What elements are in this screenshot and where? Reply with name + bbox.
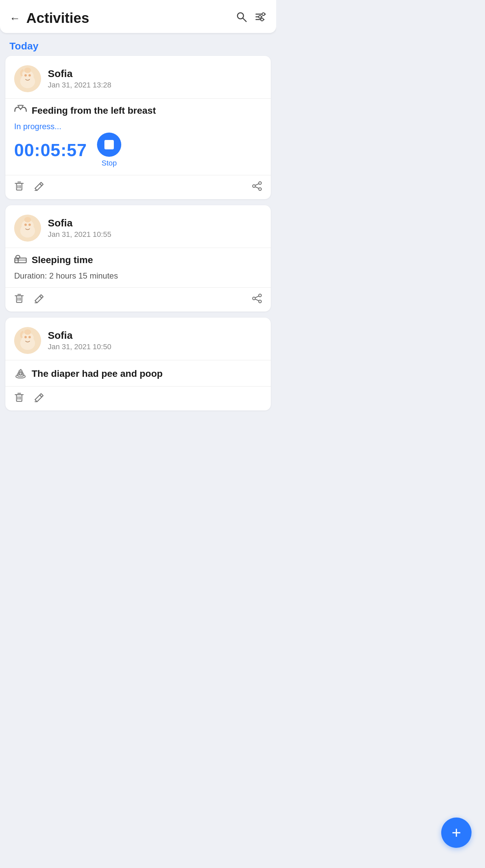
sleeping-icon [14, 254, 27, 266]
header-icons [236, 11, 267, 25]
delete-button-feeding[interactable] [14, 181, 24, 194]
stop-button[interactable] [97, 132, 121, 157]
svg-point-7 [261, 18, 263, 21]
in-progress-text: In progress... [14, 122, 61, 131]
page-title: Activities [26, 10, 89, 26]
share-button-sleeping[interactable] [252, 293, 262, 306]
card-date-sleeping: Jan 31, 2021 10:55 [48, 230, 111, 239]
svg-point-60 [25, 336, 27, 338]
card-footer-feeding [5, 175, 271, 199]
share-button-feeding[interactable] [252, 181, 262, 193]
delete-button-sleeping[interactable] [14, 293, 24, 306]
page-header: ← Activities [0, 0, 276, 33]
card-header-diaper: Sofia Jan 31, 2021 10:50 [14, 327, 262, 354]
activity-card-sleeping: Sofia Jan 31, 2021 10:55 Sleeping time D… [5, 205, 271, 312]
card-info-diaper: Sofia Jan 31, 2021 10:50 [48, 330, 111, 351]
card-info-sleeping: Sofia Jan 31, 2021 10:55 [48, 217, 111, 239]
activity-label-diaper: The diaper had pee and poop [32, 368, 163, 379]
svg-point-6 [259, 16, 261, 18]
svg-line-54 [255, 299, 259, 301]
svg-point-36 [25, 224, 27, 226]
child-name-sleeping: Sofia [48, 217, 111, 229]
avatar-sofia-diaper [14, 327, 41, 354]
delete-button-diaper[interactable] [14, 392, 24, 405]
card-date-feeding: Jan 31, 2021 13:28 [48, 81, 111, 90]
svg-point-68 [21, 373, 22, 374]
svg-point-15 [24, 68, 31, 73]
svg-point-13 [25, 74, 27, 77]
svg-line-53 [255, 296, 259, 298]
timer-row: 00:05:57 Stop [14, 132, 262, 167]
activity-card-feeding: Sofia Jan 31, 2021 13:28 Feeding from th… [5, 56, 271, 199]
edit-button-feeding[interactable] [34, 181, 44, 193]
svg-point-5 [262, 13, 265, 16]
section-today: Today [0, 33, 276, 56]
divider-3 [5, 360, 271, 360]
footer-actions-feeding [14, 181, 44, 194]
card-date-diaper: Jan 31, 2021 10:50 [48, 342, 111, 351]
svg-point-14 [29, 74, 31, 77]
search-icon[interactable] [236, 11, 247, 25]
activity-label-sleeping: Sleeping time [32, 255, 93, 266]
timer-display: 00:05:57 [14, 140, 87, 160]
duration-sleeping: Duration: 2 hours 15 minutes [14, 271, 262, 281]
card-header-feeding: Sofia Jan 31, 2021 13:28 [14, 65, 262, 92]
svg-line-30 [255, 187, 259, 188]
avatar-sofia-sleeping [14, 215, 41, 242]
card-header-sleeping: Sofia Jan 31, 2021 10:55 [14, 215, 262, 242]
in-progress-status: In progress... [14, 122, 262, 131]
card-footer-diaper [5, 386, 271, 410]
svg-point-67 [19, 373, 20, 374]
header-left: ← Activities [9, 10, 89, 26]
back-button[interactable]: ← [9, 13, 20, 24]
svg-line-29 [255, 184, 259, 185]
activity-card-diaper: Sofia Jan 31, 2021 10:50 The diaper had … [5, 318, 271, 410]
svg-line-1 [243, 18, 246, 22]
avatar-sofia-feeding [14, 65, 41, 92]
activity-type-feeding: Feeding from the left breast [14, 105, 262, 116]
child-name-diaper: Sofia [48, 330, 111, 341]
activity-label-feeding: Feeding from the left breast [32, 105, 156, 116]
card-footer-sleeping [5, 287, 271, 312]
stop-icon [105, 140, 114, 149]
feeding-icon [14, 105, 27, 116]
footer-actions-sleeping [14, 293, 44, 306]
divider-1 [5, 98, 271, 99]
divider-2 [5, 248, 271, 248]
filter-icon[interactable] [255, 11, 267, 25]
edit-button-diaper[interactable] [34, 392, 44, 405]
svg-point-62 [24, 329, 31, 335]
child-name-feeding: Sofia [48, 68, 111, 80]
activity-type-sleeping: Sleeping time [14, 254, 262, 266]
edit-button-sleeping[interactable] [34, 293, 44, 306]
footer-actions-diaper [14, 392, 44, 405]
stop-button-group[interactable]: Stop [97, 132, 121, 167]
activity-type-diaper: The diaper had pee and poop [14, 366, 262, 381]
card-info-feeding: Sofia Jan 31, 2021 13:28 [48, 68, 111, 90]
svg-point-38 [24, 217, 31, 222]
svg-point-61 [29, 336, 31, 338]
svg-point-37 [29, 224, 31, 226]
stop-label: Stop [102, 159, 117, 167]
diaper-icon [14, 366, 27, 381]
